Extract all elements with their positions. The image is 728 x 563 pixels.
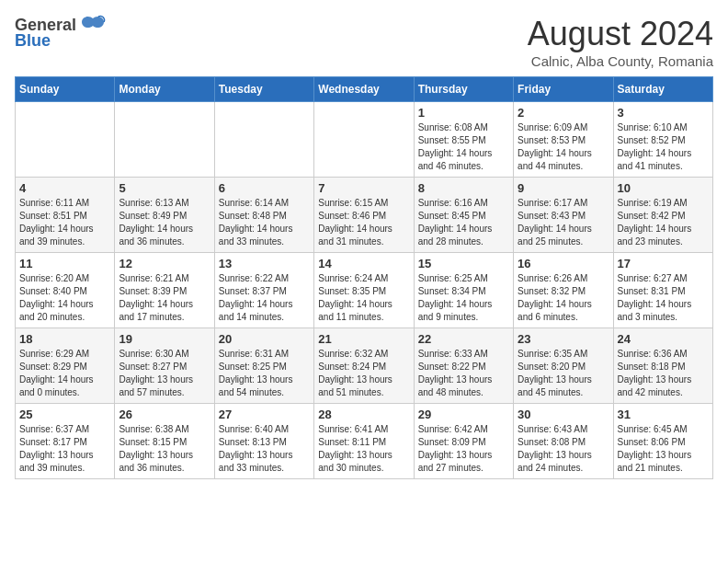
day-info: Sunrise: 6:31 AM Sunset: 8:25 PM Dayligh… bbox=[219, 348, 310, 399]
day-info: Sunrise: 6:08 AM Sunset: 8:55 PM Dayligh… bbox=[418, 121, 509, 173]
calendar-cell: 22Sunrise: 6:33 AM Sunset: 8:22 PM Dayli… bbox=[414, 328, 513, 404]
day-info: Sunrise: 6:13 AM Sunset: 8:49 PM Dayligh… bbox=[119, 197, 210, 248]
location: Calnic, Alba County, Romania bbox=[528, 53, 713, 69]
day-info: Sunrise: 6:26 AM Sunset: 8:32 PM Dayligh… bbox=[518, 272, 609, 324]
calendar-cell: 4Sunrise: 6:11 AM Sunset: 8:51 PM Daylig… bbox=[16, 178, 115, 253]
calendar-cell: 12Sunrise: 6:21 AM Sunset: 8:39 PM Dayli… bbox=[115, 253, 214, 328]
month-title: August 2024 bbox=[528, 15, 713, 53]
calendar-cell: 6Sunrise: 6:14 AM Sunset: 8:48 PM Daylig… bbox=[214, 178, 313, 253]
day-number: 16 bbox=[518, 257, 609, 270]
calendar-cell: 30Sunrise: 6:43 AM Sunset: 8:08 PM Dayli… bbox=[514, 404, 613, 479]
header-day: Saturday bbox=[613, 77, 712, 102]
day-number: 28 bbox=[318, 408, 409, 421]
calendar-cell: 19Sunrise: 6:30 AM Sunset: 8:27 PM Dayli… bbox=[115, 328, 214, 404]
header-day: Friday bbox=[514, 77, 613, 102]
day-info: Sunrise: 6:15 AM Sunset: 8:46 PM Dayligh… bbox=[318, 197, 409, 248]
day-number: 2 bbox=[518, 106, 609, 120]
header-day: Sunday bbox=[16, 77, 115, 102]
calendar-cell: 14Sunrise: 6:24 AM Sunset: 8:35 PM Dayli… bbox=[314, 253, 414, 328]
day-number: 12 bbox=[119, 257, 210, 270]
day-number: 27 bbox=[219, 408, 310, 421]
day-number: 29 bbox=[418, 408, 509, 421]
calendar-cell: 5Sunrise: 6:13 AM Sunset: 8:49 PM Daylig… bbox=[115, 178, 214, 253]
day-number: 6 bbox=[219, 181, 310, 195]
calendar-week: 18Sunrise: 6:29 AM Sunset: 8:29 PM Dayli… bbox=[16, 328, 713, 404]
logo-bird-icon bbox=[80, 15, 106, 35]
calendar-cell: 27Sunrise: 6:40 AM Sunset: 8:13 PM Dayli… bbox=[214, 404, 313, 479]
day-number: 1 bbox=[418, 106, 509, 120]
day-number: 22 bbox=[418, 332, 509, 346]
day-number: 10 bbox=[618, 181, 709, 195]
day-info: Sunrise: 6:38 AM Sunset: 8:15 PM Dayligh… bbox=[119, 423, 210, 475]
day-number: 23 bbox=[518, 332, 609, 346]
day-info: Sunrise: 6:10 AM Sunset: 8:52 PM Dayligh… bbox=[618, 121, 709, 173]
calendar-cell: 2Sunrise: 6:09 AM Sunset: 8:53 PM Daylig… bbox=[514, 102, 613, 178]
day-info: Sunrise: 6:41 AM Sunset: 8:11 PM Dayligh… bbox=[318, 423, 409, 475]
day-info: Sunrise: 6:43 AM Sunset: 8:08 PM Dayligh… bbox=[518, 423, 609, 475]
calendar-cell bbox=[115, 102, 214, 178]
day-number: 13 bbox=[219, 257, 310, 270]
calendar-cell bbox=[16, 102, 115, 178]
day-info: Sunrise: 6:29 AM Sunset: 8:29 PM Dayligh… bbox=[19, 348, 110, 399]
calendar-cell: 3Sunrise: 6:10 AM Sunset: 8:52 PM Daylig… bbox=[613, 102, 712, 178]
calendar-cell: 20Sunrise: 6:31 AM Sunset: 8:25 PM Dayli… bbox=[214, 328, 313, 404]
day-info: Sunrise: 6:37 AM Sunset: 8:17 PM Dayligh… bbox=[19, 423, 110, 475]
calendar-cell: 25Sunrise: 6:37 AM Sunset: 8:17 PM Dayli… bbox=[16, 404, 115, 479]
day-number: 30 bbox=[518, 408, 609, 421]
day-info: Sunrise: 6:24 AM Sunset: 8:35 PM Dayligh… bbox=[318, 272, 409, 324]
header-day: Monday bbox=[115, 77, 214, 102]
day-info: Sunrise: 6:09 AM Sunset: 8:53 PM Dayligh… bbox=[518, 121, 609, 173]
calendar-week: 25Sunrise: 6:37 AM Sunset: 8:17 PM Dayli… bbox=[16, 404, 713, 479]
day-info: Sunrise: 6:32 AM Sunset: 8:24 PM Dayligh… bbox=[318, 348, 409, 399]
header-row: SundayMondayTuesdayWednesdayThursdayFrid… bbox=[16, 77, 713, 102]
day-info: Sunrise: 6:20 AM Sunset: 8:40 PM Dayligh… bbox=[19, 272, 110, 324]
calendar-cell: 11Sunrise: 6:20 AM Sunset: 8:40 PM Dayli… bbox=[16, 253, 115, 328]
day-info: Sunrise: 6:45 AM Sunset: 8:06 PM Dayligh… bbox=[618, 423, 709, 475]
calendar-cell: 29Sunrise: 6:42 AM Sunset: 8:09 PM Dayli… bbox=[414, 404, 513, 479]
day-info: Sunrise: 6:19 AM Sunset: 8:42 PM Dayligh… bbox=[618, 197, 709, 248]
day-info: Sunrise: 6:22 AM Sunset: 8:37 PM Dayligh… bbox=[219, 272, 310, 324]
day-number: 17 bbox=[618, 257, 709, 270]
day-info: Sunrise: 6:14 AM Sunset: 8:48 PM Dayligh… bbox=[219, 197, 310, 248]
day-info: Sunrise: 6:21 AM Sunset: 8:39 PM Dayligh… bbox=[119, 272, 210, 324]
logo-blue-text: Blue bbox=[15, 31, 51, 51]
calendar-cell: 7Sunrise: 6:15 AM Sunset: 8:46 PM Daylig… bbox=[314, 178, 414, 253]
day-number: 18 bbox=[19, 332, 110, 346]
calendar-cell: 26Sunrise: 6:38 AM Sunset: 8:15 PM Dayli… bbox=[115, 404, 214, 479]
calendar-cell: 28Sunrise: 6:41 AM Sunset: 8:11 PM Dayli… bbox=[314, 404, 414, 479]
calendar-body: 1Sunrise: 6:08 AM Sunset: 8:55 PM Daylig… bbox=[16, 102, 713, 479]
day-number: 14 bbox=[318, 257, 409, 270]
calendar-cell: 23Sunrise: 6:35 AM Sunset: 8:20 PM Dayli… bbox=[514, 328, 613, 404]
header-day: Tuesday bbox=[214, 77, 313, 102]
calendar-week: 11Sunrise: 6:20 AM Sunset: 8:40 PM Dayli… bbox=[16, 253, 713, 328]
day-number: 26 bbox=[119, 408, 210, 421]
calendar-cell: 17Sunrise: 6:27 AM Sunset: 8:31 PM Dayli… bbox=[613, 253, 712, 328]
page-header: General Blue August 2024 Calnic, Alba Co… bbox=[15, 15, 713, 69]
calendar-week: 4Sunrise: 6:11 AM Sunset: 8:51 PM Daylig… bbox=[16, 178, 713, 253]
day-number: 25 bbox=[19, 408, 110, 421]
calendar-cell: 1Sunrise: 6:08 AM Sunset: 8:55 PM Daylig… bbox=[414, 102, 513, 178]
calendar-table: SundayMondayTuesdayWednesdayThursdayFrid… bbox=[15, 76, 713, 479]
day-number: 31 bbox=[618, 408, 709, 421]
calendar-cell bbox=[314, 102, 414, 178]
day-number: 19 bbox=[119, 332, 210, 346]
day-info: Sunrise: 6:30 AM Sunset: 8:27 PM Dayligh… bbox=[119, 348, 210, 399]
calendar-header: SundayMondayTuesdayWednesdayThursdayFrid… bbox=[16, 77, 713, 102]
calendar-cell: 10Sunrise: 6:19 AM Sunset: 8:42 PM Dayli… bbox=[613, 178, 712, 253]
day-number: 3 bbox=[618, 106, 709, 120]
calendar-cell: 24Sunrise: 6:36 AM Sunset: 8:18 PM Dayli… bbox=[613, 328, 712, 404]
day-number: 9 bbox=[518, 181, 609, 195]
calendar-cell: 18Sunrise: 6:29 AM Sunset: 8:29 PM Dayli… bbox=[16, 328, 115, 404]
day-number: 4 bbox=[19, 181, 110, 195]
day-info: Sunrise: 6:11 AM Sunset: 8:51 PM Dayligh… bbox=[19, 197, 110, 248]
day-info: Sunrise: 6:42 AM Sunset: 8:09 PM Dayligh… bbox=[418, 423, 509, 475]
day-number: 15 bbox=[418, 257, 509, 270]
day-info: Sunrise: 6:40 AM Sunset: 8:13 PM Dayligh… bbox=[219, 423, 310, 475]
day-info: Sunrise: 6:33 AM Sunset: 8:22 PM Dayligh… bbox=[418, 348, 509, 399]
day-info: Sunrise: 6:17 AM Sunset: 8:43 PM Dayligh… bbox=[518, 197, 609, 248]
day-info: Sunrise: 6:36 AM Sunset: 8:18 PM Dayligh… bbox=[618, 348, 709, 399]
calendar-cell: 16Sunrise: 6:26 AM Sunset: 8:32 PM Dayli… bbox=[514, 253, 613, 328]
calendar-cell: 8Sunrise: 6:16 AM Sunset: 8:45 PM Daylig… bbox=[414, 178, 513, 253]
calendar-cell: 31Sunrise: 6:45 AM Sunset: 8:06 PM Dayli… bbox=[613, 404, 712, 479]
title-block: August 2024 Calnic, Alba County, Romania bbox=[528, 15, 713, 69]
